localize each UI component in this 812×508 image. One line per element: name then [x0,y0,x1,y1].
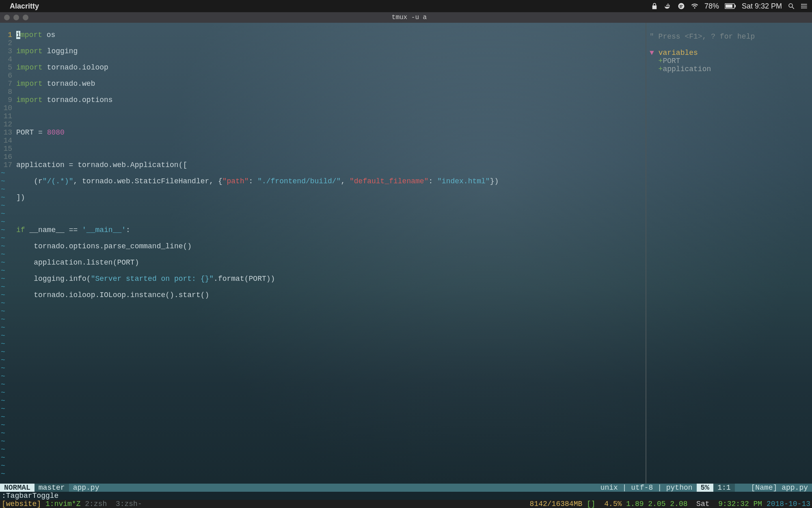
line-number: 5 [0,63,12,72]
svg-point-0 [678,3,684,9]
line-number: 8 [0,88,12,96]
line-number: 6 [0,72,12,80]
code-line: ]) [16,193,646,202]
svg-point-11 [801,7,802,8]
code-line: PORT = 8080 [16,128,646,137]
terminal-surface[interactable]: 1234567891011121314151617 import os impo… [0,23,812,508]
empty-line-tildes: ~ ~ ~ ~ ~ ~ ~ ~ ~ ~ ~ ~ ~ ~ ~ ~ ~ ~ ~ ~ … [1,161,27,459]
code-line: import tornado.ioloop [16,63,646,72]
window-title: tmux -u a [11,14,808,21]
vim-commandline[interactable]: :TagbarToggle [0,492,812,500]
svg-rect-2 [726,4,732,8]
plus-icon: + [659,57,663,65]
code-line [16,112,646,120]
line-number: 7 [0,80,12,88]
tmux-session[interactable]: [website] [0,500,45,508]
svg-point-4 [789,4,793,7]
line-number: 16 [0,153,12,161]
wifi-icon[interactable] [691,2,699,10]
code-area[interactable]: import os import logging import tornado.… [16,23,646,315]
plus-icon: + [659,65,663,73]
code-line: application = tornado.web.Application([ [16,161,646,169]
code-line: import tornado.options [16,96,646,104]
line-number: 3 [0,47,12,55]
tagbar-section[interactable]: ▼ variables [650,49,698,57]
active-app-name[interactable]: Alacritty [10,2,39,11]
line-number: 13 [0,128,12,137]
spotlight-search-icon[interactable] [788,2,795,10]
tmux-window[interactable]: 3:zsh- [111,500,142,508]
line-number: 15 [0,145,12,153]
code-line: (r"/(.*)", tornado.web.StaticFileHandler… [16,177,646,185]
terminal-window: tmux -u a 1234567891011121314151617 impo… [0,12,812,508]
file-encoding: unix | utf-8 | python [596,484,697,492]
tmux-mem-percent: 4.5% [596,500,622,508]
code-line: import tornado.web [16,80,646,88]
line-number: 1 [0,31,12,39]
svg-line-5 [792,7,794,9]
svg-point-9 [801,4,802,4]
tagbar-help-hint: " Press <F1>, ? for help [650,33,755,41]
line-number: 10 [0,104,12,112]
code-line: tornado.ioloop.IOLoop.instance().start() [16,291,646,299]
fold-open-icon: ▼ [650,49,654,57]
line-number: 14 [0,137,12,145]
tmux-date: 2018-10-13 [767,500,812,508]
code-line: import logging [16,47,646,55]
menubar-clock[interactable]: Sat 9:32 PM [742,2,782,11]
editor-pane[interactable]: 1234567891011121314151617 import os impo… [0,23,646,484]
cursor: i [16,31,20,39]
svg-rect-3 [735,5,736,7]
code-line [16,210,646,218]
tagbar-statusline: [Name] app.py [747,484,812,492]
tmux-time: 9:32:32 PM [710,500,767,508]
git-branch: master [35,484,69,492]
code-line: logging.info("Server started on port: {}… [16,275,646,283]
line-number: 2 [0,39,12,47]
macos-menubar: Alacritty 78% Sat 9:32 PM [0,0,812,12]
line-number: 4 [0,55,12,63]
current-file: app.py [69,484,104,492]
lock-icon[interactable] [651,2,658,10]
bracket-icon: ] [591,500,596,508]
svg-point-10 [801,6,802,7]
tagbar-item[interactable]: +PORT [650,57,680,65]
close-window-icon[interactable] [4,15,10,20]
code-line [16,145,646,153]
cursor-position: 1:1 [713,484,734,492]
bracket-icon: [ [587,500,591,508]
tmux-memory: 8142/16384MB [525,500,587,508]
notification-center-icon[interactable] [801,2,808,10]
tmux-day: Sat [688,500,710,508]
tagbar-item[interactable]: +application [650,65,711,73]
spotify-icon[interactable] [678,2,685,10]
tmux-window-current[interactable]: 1:nvim*Z [45,500,80,508]
window-titlebar[interactable]: tmux -u a [0,12,812,23]
vim-mode: NORMAL [0,484,35,492]
code-line: application.listen(PORT) [16,258,646,267]
scroll-percent: 5% [697,484,714,492]
tmux-load-average: 1.89 2.05 2.08 [622,500,687,508]
code-line: tornado.options.parse_command_line() [16,242,646,250]
line-number: 12 [0,120,12,128]
docker-icon[interactable] [664,2,672,10]
battery-percentage[interactable]: 78% [704,2,719,11]
line-number: 9 [0,96,12,104]
tagbar-pane[interactable]: " Press <F1>, ? for help ▼ variables +PO… [646,23,812,484]
battery-icon[interactable] [725,3,736,9]
tmux-window[interactable]: 2:zsh [80,500,111,508]
line-number: 11 [0,112,12,120]
code-line: if __name__ == '__main__': [16,226,646,234]
vim-statusline: NORMAL master app.py unix | utf-8 | pyth… [0,484,812,492]
code-line: import os [16,31,646,39]
tmux-statusbar: [website] 1:nvim*Z 2:zsh 3:zsh- 8142/163… [0,500,812,508]
